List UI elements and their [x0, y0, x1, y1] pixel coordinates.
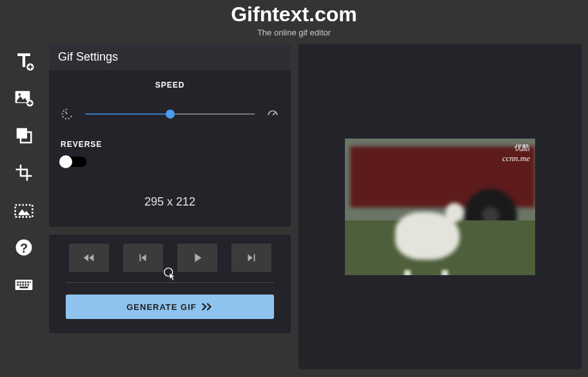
playback-row — [66, 244, 274, 283]
svg-rect-18 — [22, 284, 24, 286]
image-icon — [14, 88, 34, 108]
dimensions-text: 295 x 212 — [61, 195, 279, 209]
crop-icon — [14, 163, 34, 182]
play-button[interactable] — [177, 244, 217, 272]
svg-rect-20 — [27, 284, 29, 286]
shape-icon — [14, 126, 34, 145]
speed-slider[interactable] — [85, 108, 255, 121]
site-title: Gifntext.com — [0, 3, 588, 26]
prev-frame-button[interactable] — [123, 244, 163, 272]
help-button[interactable]: ? — [10, 233, 38, 262]
svg-rect-4 — [17, 128, 27, 139]
fast-icon — [266, 108, 279, 121]
header: Gifntext.com The online gif editor — [0, 0, 588, 37]
svg-rect-16 — [17, 284, 19, 286]
speed-slider-row — [61, 108, 279, 121]
main-layout: ? Gif Settings SPEED — [0, 37, 588, 369]
panel-title: Gif Settings — [49, 44, 291, 70]
left-column: Gif Settings SPEED REVERSE — [49, 44, 291, 369]
svg-rect-11 — [19, 282, 21, 284]
watermark-line1: 优酷 — [502, 142, 530, 153]
toggle-knob — [59, 155, 72, 168]
add-image-button[interactable] — [10, 84, 38, 112]
skip-previous-icon — [136, 251, 150, 265]
generate-label: GENERATE GIF — [126, 302, 197, 312]
svg-rect-14 — [27, 282, 29, 284]
svg-text:?: ? — [20, 241, 28, 255]
svg-rect-13 — [24, 282, 26, 284]
rewind-icon — [82, 251, 96, 265]
add-shape-button[interactable] — [10, 121, 38, 150]
svg-rect-12 — [22, 282, 24, 284]
rewind-button[interactable] — [69, 244, 109, 272]
slider-thumb[interactable] — [166, 110, 175, 119]
svg-rect-15 — [30, 282, 30, 284]
crop-button[interactable] — [10, 159, 38, 187]
play-icon — [190, 251, 204, 265]
skip-next-icon — [244, 251, 259, 265]
next-frame-button[interactable] — [231, 244, 271, 272]
watermark: 优酷 ccnn.me — [502, 142, 530, 164]
gif-preview[interactable]: 优酷 ccnn.me — [345, 139, 535, 275]
speed-label: SPEED — [61, 81, 279, 90]
preview-panel: 优酷 ccnn.me — [299, 44, 582, 369]
text-icon — [13, 50, 35, 72]
svg-rect-17 — [19, 284, 21, 286]
svg-rect-19 — [24, 284, 26, 286]
resize-icon — [14, 200, 34, 220]
help-icon: ? — [14, 238, 34, 257]
svg-point-2 — [18, 93, 21, 96]
slow-icon — [61, 108, 74, 121]
resize-button[interactable] — [10, 196, 38, 224]
playback-panel: GENERATE GIF — [49, 235, 291, 333]
reverse-toggle[interactable] — [61, 157, 86, 167]
watermark-line2: ccnn.me — [502, 153, 530, 164]
double-chevron-icon — [202, 302, 213, 311]
svg-rect-10 — [17, 282, 19, 284]
generate-gif-button[interactable]: GENERATE GIF — [66, 295, 274, 319]
svg-rect-21 — [19, 287, 28, 289]
tools-toolbar: ? — [6, 44, 41, 369]
keyboard-button[interactable] — [10, 271, 38, 299]
keyboard-icon — [14, 275, 34, 295]
add-text-button[interactable] — [10, 46, 38, 75]
site-subtitle: The online gif editor — [0, 28, 588, 37]
reverse-label: REVERSE — [61, 140, 279, 149]
gif-settings-panel: Gif Settings SPEED REVERSE — [49, 44, 291, 227]
